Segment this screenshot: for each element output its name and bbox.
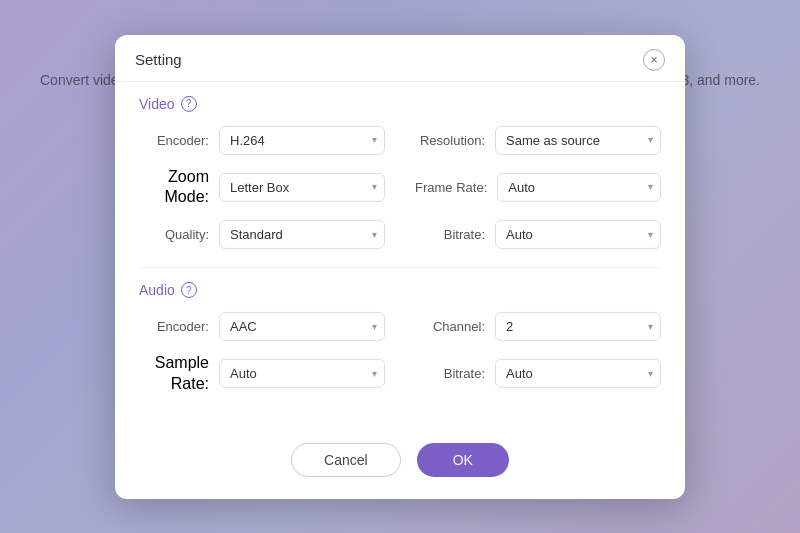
zoom-mode-row: Zoom Mode: Letter Box Pan & Scan Full ▾ xyxy=(139,166,385,208)
audio-encoder-select[interactable]: AAC MP3 AC3 xyxy=(219,312,385,341)
zoom-label-2: Mode: xyxy=(165,187,209,208)
ok-button[interactable]: OK xyxy=(417,443,509,477)
resolution-label: Resolution: xyxy=(415,132,485,147)
audio-fields: Encoder: AAC MP3 AC3 ▾ Channel: 2 1 xyxy=(139,312,661,395)
close-button[interactable]: × xyxy=(643,48,665,70)
quality-select[interactable]: Standard High Low xyxy=(219,220,385,249)
zoom-mode-label: Zoom Mode: xyxy=(139,166,209,208)
section-divider xyxy=(139,267,661,268)
video-label: Video xyxy=(139,95,175,111)
audio-bitrate-label: Bitrate: xyxy=(415,366,485,381)
sample-rate-label: Sample Rate: xyxy=(139,353,209,395)
audio-bitrate-row: Bitrate: Auto 128k 256k ▾ xyxy=(415,353,661,395)
frame-rate-row: Frame Rate: Auto 24 30 60 ▾ xyxy=(415,166,661,208)
sample-label-1: Sample xyxy=(155,353,209,374)
sample-rate-row: Sample Rate: Auto 44100 48000 ▾ xyxy=(139,353,385,395)
audio-label: Audio xyxy=(139,282,175,298)
channel-select[interactable]: 2 1 6 xyxy=(495,312,661,341)
encoder-row: Encoder: H.264 H.265 MPEG-4 ▾ xyxy=(139,125,385,154)
audio-encoder-row: Encoder: AAC MP3 AC3 ▾ xyxy=(139,312,385,341)
video-help-icon[interactable]: ? xyxy=(181,95,197,111)
resolution-row: Resolution: Same as source 1920x1080 128… xyxy=(415,125,661,154)
dialog-body: Video ? Encoder: H.264 H.265 MPEG-4 ▾ Re… xyxy=(115,81,685,432)
channel-label: Channel: xyxy=(415,319,485,334)
zoom-mode-select[interactable]: Letter Box Pan & Scan Full xyxy=(219,173,385,202)
audio-encoder-select-wrapper: AAC MP3 AC3 ▾ xyxy=(219,312,385,341)
settings-dialog: Setting × Video ? Encoder: H.264 H.265 M… xyxy=(115,34,685,498)
sample-rate-select-wrapper: Auto 44100 48000 ▾ xyxy=(219,359,385,388)
sample-label-2: Rate: xyxy=(171,374,209,395)
channel-row: Channel: 2 1 6 ▾ xyxy=(415,312,661,341)
resolution-select-wrapper: Same as source 1920x1080 1280x720 ▾ xyxy=(495,125,661,154)
audio-bitrate-select[interactable]: Auto 128k 256k xyxy=(495,359,661,388)
dialog-title: Setting xyxy=(135,51,182,68)
frame-rate-label: Frame Rate: xyxy=(415,180,487,195)
encoder-label: Encoder: xyxy=(139,132,209,147)
audio-section-title: Audio ? xyxy=(139,282,661,298)
dialog-header: Setting × xyxy=(115,34,685,81)
encoder-select[interactable]: H.264 H.265 MPEG-4 xyxy=(219,125,385,154)
frame-rate-select-wrapper: Auto 24 30 60 ▾ xyxy=(497,173,661,202)
quality-select-wrapper: Standard High Low ▾ xyxy=(219,220,385,249)
video-bitrate-row: Bitrate: Auto 1000k 2000k ▾ xyxy=(415,220,661,249)
video-bitrate-label: Bitrate: xyxy=(415,227,485,242)
zoom-mode-select-wrapper: Letter Box Pan & Scan Full ▾ xyxy=(219,173,385,202)
audio-help-icon[interactable]: ? xyxy=(181,282,197,298)
encoder-select-wrapper: H.264 H.265 MPEG-4 ▾ xyxy=(219,125,385,154)
zoom-label-1: Zoom xyxy=(168,166,209,187)
quality-row: Quality: Standard High Low ▾ xyxy=(139,220,385,249)
video-section-title: Video ? xyxy=(139,95,661,111)
audio-encoder-label: Encoder: xyxy=(139,319,209,334)
channel-select-wrapper: 2 1 6 ▾ xyxy=(495,312,661,341)
quality-label: Quality: xyxy=(139,227,209,242)
sample-rate-select[interactable]: Auto 44100 48000 xyxy=(219,359,385,388)
video-bitrate-select[interactable]: Auto 1000k 2000k xyxy=(495,220,661,249)
resolution-select[interactable]: Same as source 1920x1080 1280x720 xyxy=(495,125,661,154)
video-fields: Encoder: H.264 H.265 MPEG-4 ▾ Resolution… xyxy=(139,125,661,249)
cancel-button[interactable]: Cancel xyxy=(291,443,401,477)
dialog-footer: Cancel OK xyxy=(115,433,685,499)
audio-bitrate-select-wrapper: Auto 128k 256k ▾ xyxy=(495,359,661,388)
frame-rate-select[interactable]: Auto 24 30 60 xyxy=(497,173,661,202)
video-bitrate-select-wrapper: Auto 1000k 2000k ▾ xyxy=(495,220,661,249)
